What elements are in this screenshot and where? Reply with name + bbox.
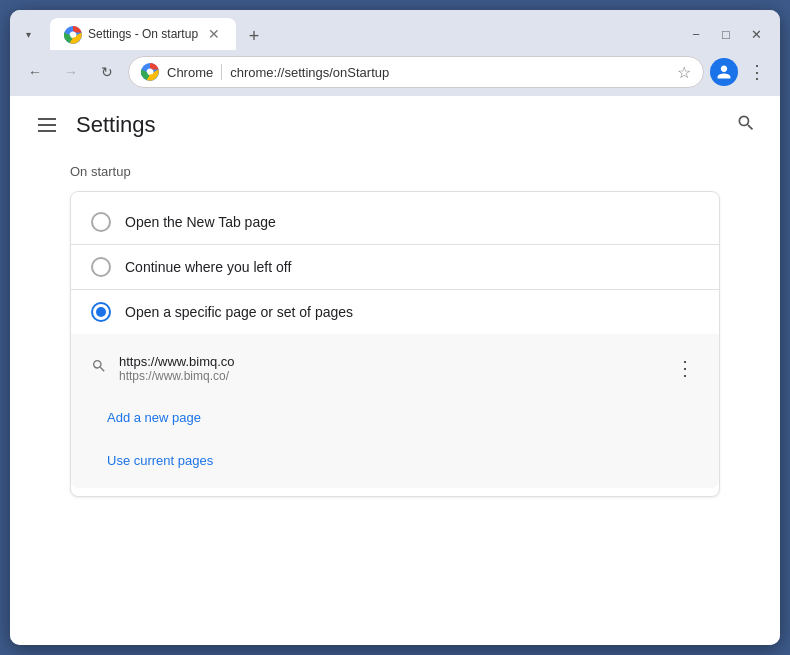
url-info: https://www.bimq.co https://www.bimq.co/ (119, 354, 659, 383)
settings-content: PC com On startup Open the New Tab page … (10, 154, 780, 527)
settings-header: Settings (10, 96, 780, 154)
reload-btn[interactable]: ↻ (92, 57, 122, 87)
add-new-page-link[interactable]: Add a new page (103, 402, 205, 433)
hamburger-menu-btn[interactable] (34, 114, 60, 136)
radio-specific[interactable] (91, 302, 111, 322)
action-links: Add a new page (87, 394, 703, 437)
option-continue[interactable]: Continue where you left off (71, 245, 719, 289)
url-main: https://www.bimq.co (119, 354, 659, 369)
maximize-btn[interactable]: □ (712, 20, 740, 48)
active-tab[interactable]: Settings - On startup ✕ (50, 18, 236, 50)
option-specific-label: Open a specific page or set of pages (125, 304, 353, 320)
tab-title: Settings - On startup (88, 27, 198, 41)
option-continue-label: Continue where you left off (125, 259, 291, 275)
url-text: chrome://settings/onStartup (230, 65, 669, 80)
url-search-icon (91, 358, 107, 378)
address-bar-divider (221, 64, 222, 80)
new-tab-btn[interactable]: + (240, 22, 268, 50)
title-bar: ▾ Settings - On startup ✕ + − (10, 10, 780, 52)
tab-favicon (64, 26, 80, 42)
forward-btn[interactable]: → (56, 57, 86, 87)
address-bar[interactable]: Chrome chrome://settings/onStartup ☆ (128, 56, 704, 88)
minimize-btn[interactable]: − (682, 20, 710, 48)
option-new-tab[interactable]: Open the New Tab page (71, 200, 719, 244)
tab-dropdown-btn[interactable]: ▾ (20, 26, 36, 42)
url-more-btn[interactable]: ⋮ (671, 352, 699, 384)
settings-title-group: Settings (34, 112, 156, 138)
use-current-pages-link[interactable]: Use current pages (103, 445, 217, 476)
option-specific[interactable]: Open a specific page or set of pages (71, 290, 719, 334)
bookmark-btn[interactable]: ☆ (677, 63, 691, 82)
use-current-section: Use current pages (87, 437, 703, 480)
tab-close-btn[interactable]: ✕ (206, 26, 222, 42)
url-entry-section: https://www.bimq.co https://www.bimq.co/… (71, 334, 719, 488)
window-controls-right: − □ ✕ (682, 20, 770, 48)
options-card: Open the New Tab page Continue where you… (70, 191, 720, 497)
option-new-tab-label: Open the New Tab page (125, 214, 276, 230)
chrome-menu-btn[interactable]: ⋮ (744, 57, 770, 87)
on-startup-label: On startup (70, 164, 720, 179)
chrome-label: Chrome (167, 65, 213, 80)
tab-bar: Settings - On startup ✕ + (50, 18, 674, 50)
radio-new-tab[interactable] (91, 212, 111, 232)
site-logo (141, 63, 159, 81)
settings-title: Settings (76, 112, 156, 138)
close-btn[interactable]: ✕ (742, 20, 770, 48)
profile-btn[interactable] (710, 58, 738, 86)
url-entry-row: https://www.bimq.co https://www.bimq.co/… (87, 342, 703, 394)
url-sub: https://www.bimq.co/ (119, 369, 659, 383)
window-controls-left: ▾ (20, 26, 36, 42)
content-area: Settings PC com On startup Open the New … (10, 96, 780, 645)
nav-bar: ← → ↻ Chrome chrome://settings/onStartup… (10, 52, 780, 96)
back-btn[interactable]: ← (20, 57, 50, 87)
settings-search-btn[interactable] (736, 113, 756, 138)
radio-continue[interactable] (91, 257, 111, 277)
browser-window: ▾ Settings - On startup ✕ + − (10, 10, 780, 645)
